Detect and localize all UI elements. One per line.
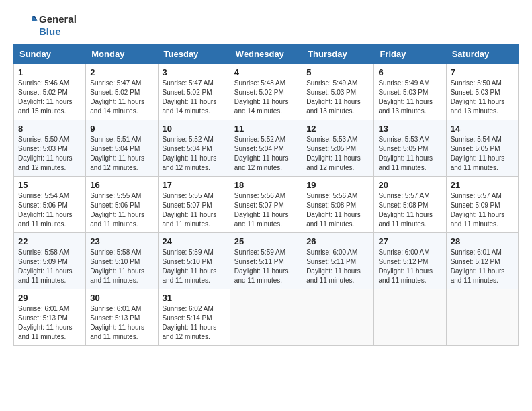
day-number: 9: [90, 124, 153, 134]
day-cell: 2Sunrise: 5:47 AM Sunset: 5:02 PM Daylig…: [86, 64, 158, 120]
day-number: 27: [378, 236, 441, 246]
day-info: Sunrise: 5:50 AM Sunset: 5:03 PM Dayligh…: [18, 135, 81, 173]
day-cell: 21Sunrise: 5:57 AM Sunset: 5:09 PM Dayli…: [446, 177, 518, 233]
week-row-4: 22Sunrise: 5:58 AM Sunset: 5:09 PM Dayli…: [14, 233, 519, 289]
day-number: 24: [163, 236, 226, 246]
day-cell: 1Sunrise: 5:46 AM Sunset: 5:02 PM Daylig…: [14, 64, 86, 120]
col-header-monday: Monday: [86, 45, 158, 64]
day-info: Sunrise: 5:59 AM Sunset: 5:10 PM Dayligh…: [163, 248, 226, 285]
day-number: 15: [18, 180, 81, 190]
day-info: Sunrise: 5:50 AM Sunset: 5:03 PM Dayligh…: [451, 79, 514, 116]
day-info: Sunrise: 5:52 AM Sunset: 5:04 PM Dayligh…: [234, 135, 298, 173]
week-row-1: 1Sunrise: 5:46 AM Sunset: 5:02 PM Daylig…: [14, 64, 519, 120]
day-info: Sunrise: 5:55 AM Sunset: 5:07 PM Dayligh…: [163, 191, 226, 229]
day-info: Sunrise: 5:58 AM Sunset: 5:09 PM Dayligh…: [18, 248, 81, 285]
day-info: Sunrise: 5:51 AM Sunset: 5:04 PM Dayligh…: [90, 135, 153, 173]
day-number: 30: [90, 293, 153, 303]
day-info: Sunrise: 5:48 AM Sunset: 5:02 PM Dayligh…: [234, 79, 298, 116]
day-number: 23: [90, 236, 153, 246]
day-cell: [374, 289, 446, 346]
day-cell: 16Sunrise: 5:55 AM Sunset: 5:06 PM Dayli…: [86, 177, 158, 233]
day-info: Sunrise: 5:55 AM Sunset: 5:06 PM Dayligh…: [90, 191, 153, 229]
day-cell: 13Sunrise: 5:53 AM Sunset: 5:05 PM Dayli…: [374, 120, 446, 177]
day-number: 22: [18, 236, 81, 246]
day-info: Sunrise: 6:02 AM Sunset: 5:14 PM Dayligh…: [163, 304, 226, 342]
day-number: 29: [18, 293, 81, 303]
page-header: General Blue: [13, 13, 519, 38]
day-number: 5: [306, 67, 369, 77]
day-info: Sunrise: 5:56 AM Sunset: 5:08 PM Dayligh…: [306, 191, 369, 229]
day-number: 6: [378, 67, 441, 77]
col-header-wednesday: Wednesday: [230, 45, 302, 64]
day-info: Sunrise: 5:58 AM Sunset: 5:10 PM Dayligh…: [90, 248, 153, 285]
day-number: 19: [306, 180, 369, 190]
day-cell: 9Sunrise: 5:51 AM Sunset: 5:04 PM Daylig…: [86, 120, 158, 177]
day-cell: 14Sunrise: 5:54 AM Sunset: 5:05 PM Dayli…: [446, 120, 518, 177]
day-info: Sunrise: 6:01 AM Sunset: 5:13 PM Dayligh…: [90, 304, 153, 342]
day-info: Sunrise: 5:53 AM Sunset: 5:05 PM Dayligh…: [378, 135, 441, 173]
day-number: 14: [451, 124, 514, 134]
day-cell: 8Sunrise: 5:50 AM Sunset: 5:03 PM Daylig…: [14, 120, 86, 177]
day-number: 8: [18, 124, 81, 134]
day-number: 13: [378, 124, 441, 134]
day-info: Sunrise: 5:47 AM Sunset: 5:02 PM Dayligh…: [90, 79, 153, 116]
day-info: Sunrise: 5:47 AM Sunset: 5:02 PM Dayligh…: [163, 79, 226, 116]
week-row-3: 15Sunrise: 5:54 AM Sunset: 5:06 PM Dayli…: [14, 177, 519, 233]
day-cell: 19Sunrise: 5:56 AM Sunset: 5:08 PM Dayli…: [302, 177, 374, 233]
col-header-tuesday: Tuesday: [158, 45, 230, 64]
day-info: Sunrise: 5:59 AM Sunset: 5:11 PM Dayligh…: [234, 248, 298, 285]
day-info: Sunrise: 5:57 AM Sunset: 5:08 PM Dayligh…: [378, 191, 441, 229]
logo-line1: General: [39, 13, 77, 26]
day-number: 3: [163, 67, 226, 77]
day-cell: 4Sunrise: 5:48 AM Sunset: 5:02 PM Daylig…: [230, 64, 302, 120]
day-info: Sunrise: 5:57 AM Sunset: 5:09 PM Dayligh…: [451, 191, 514, 229]
day-info: Sunrise: 6:01 AM Sunset: 5:12 PM Dayligh…: [451, 248, 514, 285]
day-cell: 20Sunrise: 5:57 AM Sunset: 5:08 PM Dayli…: [374, 177, 446, 233]
day-number: 31: [163, 293, 226, 303]
day-cell: 29Sunrise: 6:01 AM Sunset: 5:13 PM Dayli…: [14, 289, 86, 346]
day-number: 18: [234, 180, 298, 190]
col-header-saturday: Saturday: [446, 45, 518, 64]
day-info: Sunrise: 5:53 AM Sunset: 5:05 PM Dayligh…: [306, 135, 369, 173]
day-number: 10: [163, 124, 226, 134]
day-cell: 31Sunrise: 6:02 AM Sunset: 5:14 PM Dayli…: [158, 289, 230, 346]
day-cell: 15Sunrise: 5:54 AM Sunset: 5:06 PM Dayli…: [14, 177, 86, 233]
day-number: 21: [451, 180, 514, 190]
day-cell: 10Sunrise: 5:52 AM Sunset: 5:04 PM Dayli…: [158, 120, 230, 177]
col-header-sunday: Sunday: [14, 45, 86, 64]
day-number: 12: [306, 124, 369, 134]
day-info: Sunrise: 6:01 AM Sunset: 5:13 PM Dayligh…: [18, 304, 81, 342]
day-number: 20: [378, 180, 441, 190]
day-cell: 27Sunrise: 6:00 AM Sunset: 5:12 PM Dayli…: [374, 233, 446, 289]
day-cell: 22Sunrise: 5:58 AM Sunset: 5:09 PM Dayli…: [14, 233, 86, 289]
day-number: 25: [234, 236, 298, 246]
week-row-5: 29Sunrise: 6:01 AM Sunset: 5:13 PM Dayli…: [14, 289, 519, 346]
day-info: Sunrise: 5:49 AM Sunset: 5:03 PM Dayligh…: [378, 79, 441, 116]
calendar-table: SundayMondayTuesdayWednesdayThursdayFrid…: [13, 44, 519, 346]
day-cell: 18Sunrise: 5:56 AM Sunset: 5:07 PM Dayli…: [230, 177, 302, 233]
day-cell: 30Sunrise: 6:01 AM Sunset: 5:13 PM Dayli…: [86, 289, 158, 346]
day-info: Sunrise: 5:46 AM Sunset: 5:02 PM Dayligh…: [18, 79, 81, 116]
day-cell: 3Sunrise: 5:47 AM Sunset: 5:02 PM Daylig…: [158, 64, 230, 120]
day-cell: 28Sunrise: 6:01 AM Sunset: 5:12 PM Dayli…: [446, 233, 518, 289]
day-cell: 12Sunrise: 5:53 AM Sunset: 5:05 PM Dayli…: [302, 120, 374, 177]
day-number: 7: [451, 67, 514, 77]
day-number: 26: [306, 236, 369, 246]
day-number: 4: [234, 67, 298, 77]
col-header-friday: Friday: [374, 45, 446, 64]
day-info: Sunrise: 5:49 AM Sunset: 5:03 PM Dayligh…: [306, 79, 369, 116]
logo-line2: Blue: [39, 26, 77, 38]
logo-graphic: [13, 13, 38, 38]
day-cell: [446, 289, 518, 346]
day-info: Sunrise: 5:56 AM Sunset: 5:07 PM Dayligh…: [234, 191, 298, 229]
day-cell: 24Sunrise: 5:59 AM Sunset: 5:10 PM Dayli…: [158, 233, 230, 289]
day-number: 1: [18, 67, 81, 77]
day-cell: 11Sunrise: 5:52 AM Sunset: 5:04 PM Dayli…: [230, 120, 302, 177]
day-number: 11: [234, 124, 298, 134]
day-cell: 5Sunrise: 5:49 AM Sunset: 5:03 PM Daylig…: [302, 64, 374, 120]
day-number: 28: [451, 236, 514, 246]
day-cell: 23Sunrise: 5:58 AM Sunset: 5:10 PM Dayli…: [86, 233, 158, 289]
day-cell: 26Sunrise: 6:00 AM Sunset: 5:11 PM Dayli…: [302, 233, 374, 289]
day-number: 2: [90, 67, 153, 77]
day-info: Sunrise: 6:00 AM Sunset: 5:12 PM Dayligh…: [378, 248, 441, 285]
